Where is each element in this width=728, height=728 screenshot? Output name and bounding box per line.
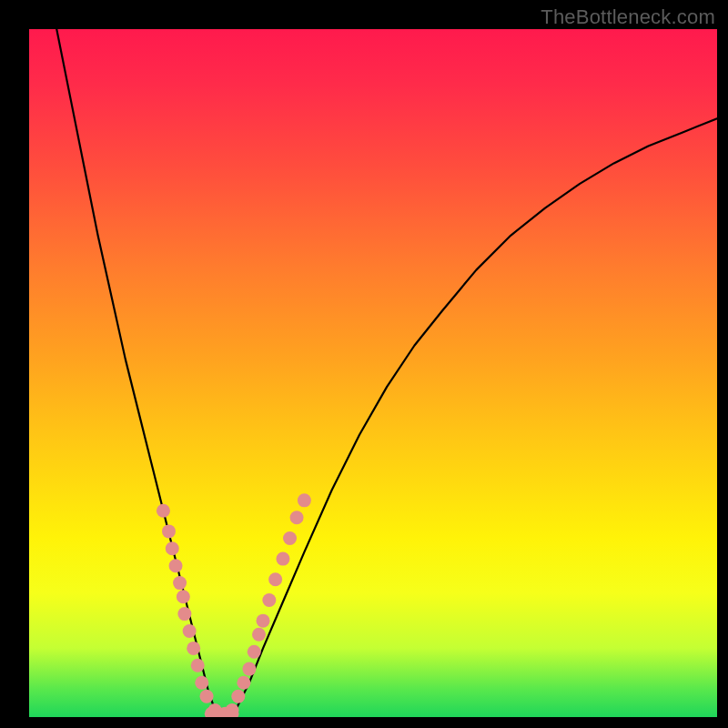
marker-dot (257, 614, 270, 628)
marker-dot (166, 541, 179, 555)
plot-area (29, 29, 717, 717)
chart-frame: TheBottleneck.com (0, 0, 728, 728)
marker-dot (195, 676, 208, 690)
marker-dot (276, 552, 289, 566)
marker-dot (242, 662, 256, 676)
marker-dot (231, 690, 245, 703)
marker-dot (248, 645, 261, 659)
marker-dot (177, 590, 190, 603)
watermark-label: TheBottleneck.com (541, 5, 715, 29)
marker-dot (252, 628, 266, 642)
marker-dot (290, 511, 304, 524)
marker-dot (200, 690, 214, 703)
marker-dot (177, 607, 191, 621)
marker-dot (298, 493, 311, 507)
marker-dot (183, 624, 197, 638)
chart-overlay (29, 29, 717, 717)
marker-dot (173, 576, 187, 590)
marker-dot (237, 676, 250, 690)
marker-dot (262, 593, 276, 607)
bottleneck-curve (56, 29, 717, 717)
marker-dots (157, 493, 311, 717)
marker-dot (191, 659, 205, 672)
marker-dot (162, 524, 176, 538)
marker-dot (268, 572, 282, 586)
marker-dot (187, 642, 200, 655)
marker-dot (157, 504, 170, 518)
marker-dot (283, 531, 297, 545)
marker-dot (169, 559, 183, 572)
